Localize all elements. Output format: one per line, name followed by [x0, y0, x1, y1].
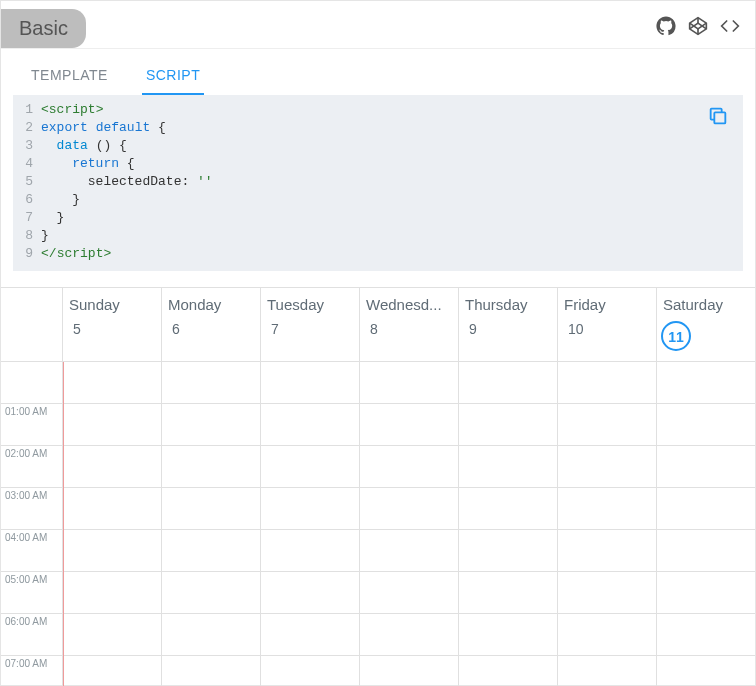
grid-cell[interactable] — [360, 614, 458, 656]
grid-cell[interactable] — [657, 446, 755, 488]
grid-cell[interactable] — [63, 404, 161, 446]
grid-cell[interactable] — [63, 488, 161, 530]
day-name: Thursday — [459, 296, 557, 313]
grid-cell[interactable] — [360, 362, 458, 404]
grid-cell[interactable] — [657, 488, 755, 530]
grid-cell[interactable] — [558, 362, 656, 404]
grid-cell[interactable] — [657, 572, 755, 614]
line-number: 8 — [13, 227, 41, 245]
grid-cell[interactable] — [558, 488, 656, 530]
code-line: </script> — [41, 245, 743, 263]
grid-cell[interactable] — [63, 446, 161, 488]
page-title: Basic — [1, 9, 86, 48]
time-col-header — [1, 288, 63, 361]
day-header[interactable]: Friday10 — [558, 288, 657, 361]
grid-cell[interactable] — [657, 362, 755, 404]
grid-cell[interactable] — [261, 614, 359, 656]
code-line: data () { — [41, 137, 743, 155]
day-header[interactable]: Monday6 — [162, 288, 261, 361]
grid-cell[interactable] — [459, 572, 557, 614]
grid-cell[interactable] — [261, 572, 359, 614]
grid-cell[interactable] — [459, 446, 557, 488]
grid-cell[interactable] — [657, 530, 755, 572]
grid-cell[interactable] — [261, 530, 359, 572]
grid-cell[interactable] — [360, 656, 458, 686]
grid-cell[interactable] — [360, 572, 458, 614]
grid-col[interactable] — [558, 362, 657, 686]
grid-col[interactable] — [459, 362, 558, 686]
code-line: } — [41, 227, 743, 245]
grid-cell[interactable] — [63, 572, 161, 614]
line-number: 9 — [13, 245, 41, 263]
grid-cell[interactable] — [360, 404, 458, 446]
codepen-icon[interactable] — [687, 15, 709, 37]
grid-cell[interactable] — [657, 404, 755, 446]
day-header[interactable]: Wednesd...8 — [360, 288, 459, 361]
calendar-header: Sunday5Monday6Tuesday7Wednesd...8Thursda… — [1, 288, 755, 362]
time-slot: 03:00 AM — [1, 488, 62, 530]
grid-cell[interactable] — [558, 446, 656, 488]
grid-col[interactable] — [261, 362, 360, 686]
grid-cell[interactable] — [162, 446, 260, 488]
grid-cell[interactable] — [63, 614, 161, 656]
day-name: Tuesday — [261, 296, 359, 313]
github-icon[interactable] — [655, 15, 677, 37]
grid-cell[interactable] — [558, 614, 656, 656]
calendar-body[interactable]: 01:00 AM02:00 AM03:00 AM04:00 AM05:00 AM… — [1, 362, 755, 686]
grid-cell[interactable] — [162, 362, 260, 404]
day-header[interactable]: Saturday11 — [657, 288, 755, 361]
grid-cell[interactable] — [63, 530, 161, 572]
grid-cell[interactable] — [261, 488, 359, 530]
grid-cell[interactable] — [162, 488, 260, 530]
grid-cell[interactable] — [261, 362, 359, 404]
grid-cell[interactable] — [459, 530, 557, 572]
tab-script[interactable]: SCRIPT — [142, 59, 204, 95]
grid-cell[interactable] — [261, 446, 359, 488]
tab-template[interactable]: TEMPLATE — [27, 59, 112, 95]
grid-cell[interactable] — [459, 614, 557, 656]
grid-cell[interactable] — [459, 656, 557, 686]
grid-cell[interactable] — [162, 572, 260, 614]
code-line: return { — [41, 155, 743, 173]
grid-col[interactable] — [657, 362, 755, 686]
grid-col[interactable] — [162, 362, 261, 686]
grid-cell[interactable] — [558, 404, 656, 446]
grid-cell[interactable] — [558, 572, 656, 614]
time-slot: 05:00 AM — [1, 572, 62, 614]
line-number: 7 — [13, 209, 41, 227]
copy-icon[interactable] — [707, 105, 729, 133]
grid-cell[interactable] — [261, 404, 359, 446]
time-slot: 01:00 AM — [1, 404, 62, 446]
grid-cell[interactable] — [162, 404, 260, 446]
grid-cell[interactable] — [558, 530, 656, 572]
day-header[interactable]: Tuesday7 — [261, 288, 360, 361]
grid-cell[interactable] — [360, 530, 458, 572]
code-line: } — [41, 191, 743, 209]
day-number: 8 — [360, 321, 458, 337]
grid-cell[interactable] — [657, 614, 755, 656]
grid-col[interactable] — [63, 362, 162, 686]
code-line: <script> — [41, 101, 743, 119]
day-header[interactable]: Thursday9 — [459, 288, 558, 361]
grid-cell[interactable] — [459, 404, 557, 446]
grid-cell[interactable] — [63, 362, 161, 404]
day-number: 10 — [558, 321, 656, 337]
grid-cell[interactable] — [360, 488, 458, 530]
code-block: 1<script> 2export default { 3 data () { … — [13, 95, 743, 271]
grid-cell[interactable] — [63, 656, 161, 686]
grid-col[interactable] — [360, 362, 459, 686]
grid-cell[interactable] — [162, 530, 260, 572]
day-header[interactable]: Sunday5 — [63, 288, 162, 361]
code-icon[interactable] — [719, 15, 741, 37]
grid-cell[interactable] — [558, 656, 656, 686]
grid-cell[interactable] — [261, 656, 359, 686]
calendar: Sunday5Monday6Tuesday7Wednesd...8Thursda… — [1, 287, 755, 686]
header-icon-row — [655, 9, 741, 37]
grid-cell[interactable] — [459, 488, 557, 530]
grid-cell[interactable] — [360, 446, 458, 488]
grid-cell[interactable] — [657, 656, 755, 686]
grid-cell[interactable] — [162, 656, 260, 686]
line-number: 1 — [13, 101, 41, 119]
grid-cell[interactable] — [459, 362, 557, 404]
grid-cell[interactable] — [162, 614, 260, 656]
